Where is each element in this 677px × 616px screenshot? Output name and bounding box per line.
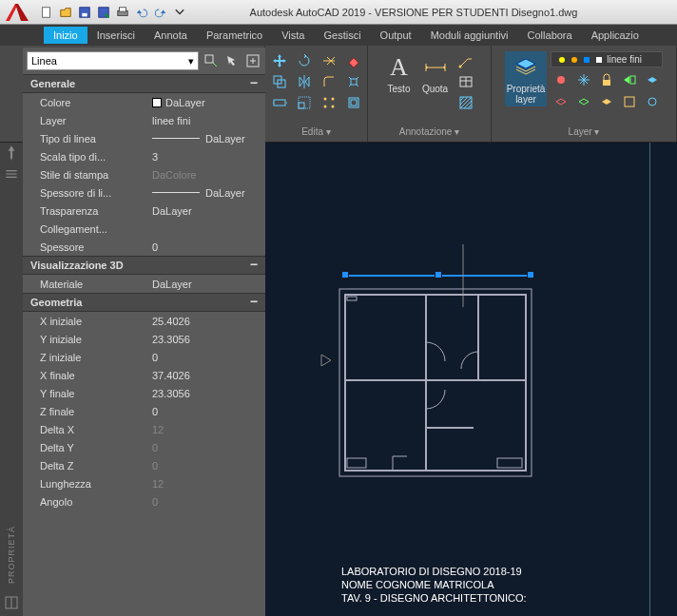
linetype-preview-icon (152, 138, 200, 139)
layer-iso-icon[interactable] (551, 92, 571, 111)
array-icon[interactable] (319, 93, 339, 112)
collapse-icon[interactable]: − (250, 297, 258, 308)
layer-match-icon[interactable] (619, 70, 640, 89)
svg-rect-37 (347, 458, 366, 468)
qat-dropdown-icon[interactable] (171, 4, 188, 21)
save-icon[interactable] (76, 4, 93, 21)
tab-vista[interactable]: Vista (272, 27, 314, 44)
prop-scalatl[interactable]: 3 (148, 147, 265, 165)
tab-parametrico[interactable]: Parametrico (197, 27, 272, 44)
layer-freeze-icon[interactable] (573, 70, 594, 89)
plot-icon[interactable] (114, 4, 131, 21)
grip-end[interactable] (527, 271, 534, 279)
section-geometria[interactable]: Geometria− (23, 293, 265, 312)
prop-materiale[interactable]: DaLayer (148, 275, 265, 293)
prop-spessore[interactable]: 0 (148, 238, 265, 256)
section-vis3d[interactable]: Visualizzazione 3D− (23, 256, 265, 275)
layer-off-icon[interactable] (551, 70, 571, 89)
undo-icon[interactable] (133, 4, 150, 21)
proprieta-layer-button[interactable]: Proprietà layer (505, 51, 548, 106)
collapse-icon[interactable]: − (250, 78, 258, 89)
redo-icon[interactable] (152, 4, 169, 21)
palette-pin-icon[interactable] (3, 144, 20, 162)
explode-icon[interactable] (343, 72, 364, 91)
selection-type-dropdown[interactable]: Linea ▾ (27, 51, 199, 70)
quick-select-icon[interactable] (203, 52, 220, 69)
grip-start[interactable] (341, 271, 349, 279)
leader-icon[interactable] (455, 51, 476, 70)
tab-annota[interactable]: Annota (145, 27, 197, 44)
layer-selector[interactable]: linee fini (551, 51, 663, 67)
copy-icon[interactable] (269, 72, 290, 91)
hatch-anno-icon[interactable] (455, 93, 476, 112)
tab-moduli[interactable]: Moduli aggiuntivi (421, 27, 518, 44)
open-icon[interactable] (57, 4, 74, 21)
offset-icon[interactable] (343, 93, 364, 112)
erase-icon[interactable] (343, 51, 364, 70)
grip-mid[interactable] (435, 271, 442, 279)
tab-inserisci[interactable]: Inserisci (87, 27, 145, 44)
svg-rect-0 (43, 7, 50, 17)
color-swatch-icon (152, 98, 162, 107)
ribbon-group-layer-title[interactable]: Layer ▾ (569, 123, 600, 140)
saveas-icon[interactable] (95, 4, 112, 21)
stretch-icon[interactable] (269, 93, 290, 112)
layer-uniso-icon[interactable] (573, 92, 594, 111)
tab-gestisci[interactable]: Gestisci (314, 27, 370, 44)
svg-rect-8 (274, 100, 285, 106)
prop-tipolinea[interactable]: DaLayer (148, 129, 265, 147)
prop-xiniz[interactable]: 25.4026 (148, 312, 265, 330)
pick-add-icon[interactable] (244, 52, 261, 69)
layer-more1-icon[interactable] (642, 70, 663, 89)
layer-lock-icon[interactable] (596, 70, 617, 89)
scale-icon[interactable] (294, 93, 315, 112)
palette-collapse-icon[interactable] (4, 595, 19, 610)
new-icon[interactable] (38, 4, 55, 21)
window-title: Autodesk AutoCAD 2019 - VERSIONE PER STU… (188, 7, 677, 18)
select-objects-icon[interactable] (223, 52, 241, 69)
prop-colleg[interactable] (148, 220, 265, 238)
layer-prev-icon[interactable] (596, 92, 617, 111)
fillet-icon[interactable] (319, 72, 339, 91)
tab-applicazioni[interactable]: Applicazio (582, 27, 648, 44)
tab-inizio[interactable]: Inizio (44, 27, 87, 44)
svg-rect-15 (351, 79, 357, 85)
prop-trasparenza[interactable]: DaLayer (148, 202, 265, 220)
chevron-down-icon: ▾ (188, 55, 194, 67)
layer-more2-icon[interactable] (642, 92, 663, 111)
prop-dy: 0 (148, 438, 265, 456)
prop-layer[interactable]: linee fini (148, 111, 265, 129)
drawing-canvas[interactable]: LABORATORIO DI DISEGNO 2018-19 NOME COGN… (265, 143, 677, 616)
svg-point-13 (323, 106, 326, 108)
svg-rect-24 (596, 57, 602, 63)
prop-colore[interactable]: DaLayer (148, 93, 265, 111)
collapse-icon[interactable]: − (250, 260, 258, 271)
app-logo[interactable] (0, 0, 36, 25)
title-bar: Autodesk AutoCAD 2019 - VERSIONE PER STU… (0, 0, 677, 25)
tab-collabora[interactable]: Collabora (518, 27, 582, 44)
palette-menu-icon[interactable] (3, 165, 20, 183)
viewport-indicator-icon (320, 354, 332, 371)
ribbon-group-edita-title[interactable]: Edita ▾ (301, 123, 331, 140)
ribbon-tabs: Inizio Inserisci Annota Parametrico Vist… (0, 25, 677, 46)
trim-icon[interactable] (319, 51, 339, 70)
section-generale[interactable]: Generale− (23, 74, 265, 93)
prop-spessli[interactable]: DaLayer (148, 183, 265, 202)
prop-zfin[interactable]: 0 (148, 402, 265, 420)
table-icon[interactable] (455, 72, 476, 91)
quota-button[interactable]: Quota (419, 51, 452, 96)
tab-output[interactable]: Output (371, 27, 421, 44)
prop-dz: 0 (148, 456, 265, 474)
prop-ziniz[interactable]: 0 (148, 348, 265, 366)
prop-xfin[interactable]: 37.4026 (148, 366, 265, 384)
layer-state-icon[interactable] (619, 92, 640, 111)
prop-yiniz[interactable]: 23.3056 (148, 330, 265, 348)
mirror-icon[interactable] (294, 72, 315, 91)
svg-rect-17 (351, 100, 357, 106)
svg-rect-2 (82, 12, 87, 16)
move-icon[interactable] (269, 51, 290, 70)
testo-button[interactable]: A Testo (383, 51, 416, 96)
ribbon-group-anno-title[interactable]: Annotazione ▾ (399, 123, 459, 140)
prop-yfin[interactable]: 23.3056 (148, 384, 265, 402)
rotate-icon[interactable] (294, 51, 315, 70)
